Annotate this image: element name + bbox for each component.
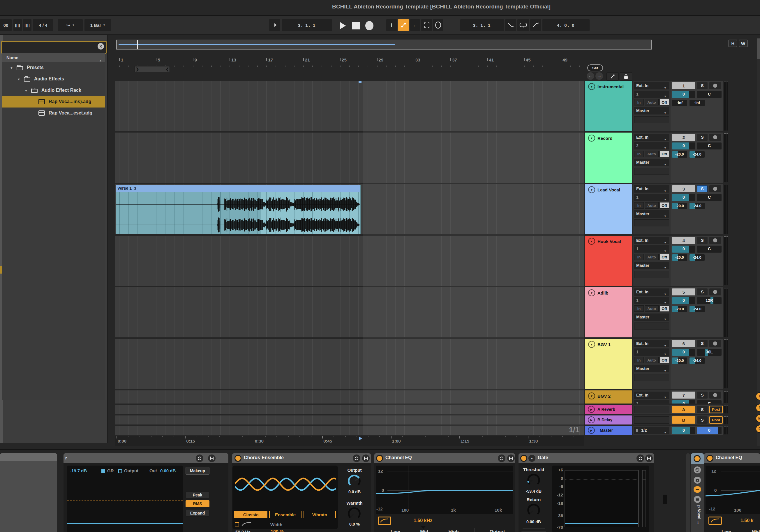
monitor-in-button[interactable]: In bbox=[634, 99, 644, 106]
chorus-mode-classic[interactable]: Classic bbox=[234, 511, 267, 518]
track-number-badge[interactable]: 7 bbox=[672, 392, 695, 399]
solo-button[interactable]: S bbox=[697, 288, 708, 295]
lane-row[interactable] bbox=[115, 236, 584, 286]
pan-control[interactable]: 30L bbox=[697, 349, 722, 356]
lane-row[interactable] bbox=[115, 415, 584, 424]
punch-out-button[interactable] bbox=[530, 19, 541, 31]
empty-routing-box[interactable] bbox=[634, 271, 669, 278]
pan-control[interactable]: C bbox=[697, 400, 722, 404]
hot-swap-button[interactable] bbox=[353, 455, 360, 462]
solo-button[interactable]: S bbox=[697, 340, 708, 347]
meter-readout-right[interactable]: -24.0 bbox=[689, 254, 705, 261]
track-name-block[interactable]: ▼Hook Vocal bbox=[585, 236, 632, 286]
device-scroll-strip[interactable] bbox=[686, 453, 690, 532]
meter-readout-left[interactable]: -20.0 bbox=[672, 306, 687, 312]
input-channel-menu[interactable]: 2▼ bbox=[634, 142, 669, 149]
monitor-off-button[interactable]: Off bbox=[659, 151, 669, 157]
record-arm-button[interactable] bbox=[709, 340, 721, 347]
gate-title-bar[interactable]: ▼ Gate bbox=[518, 453, 654, 463]
arrangement-lanes[interactable]: 1/1Verse 1_3 bbox=[115, 81, 584, 435]
time-ruler[interactable]: 0:000:150:300:451:001:151:30 bbox=[115, 436, 584, 446]
track-number-badge[interactable]: 2 bbox=[672, 134, 695, 141]
meter-readout-left[interactable]: -20.0 bbox=[672, 151, 687, 158]
hot-swap-button[interactable] bbox=[498, 455, 505, 462]
draw-automation-button[interactable] bbox=[606, 72, 619, 81]
track-name-block[interactable]: ▶B Delay bbox=[585, 415, 632, 424]
solo-button[interactable]: S bbox=[697, 237, 708, 244]
clip-waveform-body[interactable] bbox=[116, 192, 360, 234]
fit-width-button[interactable]: W bbox=[739, 40, 747, 47]
lane-row[interactable] bbox=[115, 426, 584, 435]
play-button[interactable] bbox=[337, 21, 348, 31]
save-preset-button[interactable] bbox=[645, 455, 653, 462]
track-name-block[interactable]: ▼Instrumental bbox=[585, 81, 632, 131]
input-type-menu[interactable]: Ext. In▼ bbox=[634, 185, 669, 193]
re-enable-automation-button[interactable]: ← bbox=[410, 19, 420, 31]
quantization-menu[interactable]: 1 Bar▼ bbox=[84, 19, 111, 31]
input-type-menu[interactable]: Ext. In▼ bbox=[634, 237, 669, 244]
hpf-checkbox[interactable] bbox=[235, 522, 239, 526]
expand-triangle-icon[interactable]: ▼ bbox=[17, 77, 21, 81]
lane-row[interactable] bbox=[115, 81, 584, 131]
compressor-title-bar[interactable]: r bbox=[64, 453, 228, 463]
input-channel-menu[interactable]: 1▼ bbox=[634, 91, 669, 98]
threshold-knob[interactable] bbox=[527, 473, 541, 487]
cue-volume-slider[interactable]: 0 bbox=[697, 427, 722, 434]
rms-button[interactable]: RMS bbox=[186, 500, 210, 507]
arrangement-overview[interactable] bbox=[116, 40, 652, 50]
record-button[interactable] bbox=[364, 21, 375, 31]
return-knob[interactable] bbox=[527, 503, 541, 517]
track-name-block[interactable]: ▼Adlib bbox=[585, 287, 632, 337]
monitor-auto-button[interactable]: Auto bbox=[645, 254, 659, 260]
meter-readout-left[interactable]: -inf bbox=[672, 100, 687, 106]
track-name-block[interactable]: ▼BGV 2 bbox=[585, 390, 632, 404]
hot-swap-button[interactable] bbox=[196, 455, 203, 462]
send-letter-badge[interactable]: B bbox=[672, 416, 695, 424]
follow-button[interactable] bbox=[269, 19, 280, 31]
eq2-graph[interactable]: 12 0 -12 100 bbox=[705, 465, 760, 514]
solo-button[interactable]: S bbox=[697, 82, 708, 89]
track-fold-button[interactable]: ▼ bbox=[588, 83, 595, 90]
input-type-menu[interactable]: Ext. In▼ bbox=[634, 340, 669, 347]
loop-start-field[interactable]: 3. 1. 1 bbox=[460, 19, 504, 31]
stop-button[interactable] bbox=[351, 21, 360, 30]
width-value[interactable]: 100 % bbox=[271, 529, 284, 532]
volume-slider[interactable]: 0 bbox=[672, 194, 695, 201]
track-number-badge[interactable]: 3 bbox=[672, 185, 695, 192]
track-fold-button[interactable]: ▼ bbox=[588, 186, 595, 193]
rack-chain-list-button[interactable] bbox=[694, 496, 701, 503]
solo-button[interactable]: S bbox=[697, 134, 708, 141]
output-knob[interactable] bbox=[347, 474, 362, 489]
volume-slider[interactable]: 0 bbox=[672, 297, 695, 304]
volume-slider[interactable]: 0 bbox=[672, 246, 695, 253]
solo-button[interactable]: S bbox=[697, 392, 708, 399]
next-locator-button[interactable]: → bbox=[595, 72, 603, 80]
makeup-button[interactable]: Makeup bbox=[186, 467, 210, 475]
empty-routing-box[interactable] bbox=[634, 168, 669, 175]
browser-item-audio-effect-rack[interactable]: ▼Audio Effect Rack bbox=[2, 85, 105, 96]
empty-routing-box[interactable] bbox=[634, 416, 669, 424]
lane-row[interactable] bbox=[115, 132, 584, 183]
compressor-display[interactable]: -19.7 dB GR Output Out 0.00 dB bbox=[67, 465, 183, 532]
draw-mode-button[interactable] bbox=[421, 19, 432, 31]
browser-item-rap-voca-eset-adg[interactable]: Rap Voca...eset.adg bbox=[2, 108, 105, 119]
track-fold-button[interactable]: ▼ bbox=[588, 289, 595, 296]
empty-routing-box[interactable] bbox=[634, 116, 669, 123]
record-arm-button[interactable] bbox=[709, 185, 721, 192]
expand-triangle-icon[interactable]: ▼ bbox=[10, 66, 13, 70]
send-letter-badge[interactable]: A bbox=[672, 406, 695, 413]
solo-button[interactable]: S bbox=[697, 406, 708, 413]
rack-macro-state-button[interactable] bbox=[693, 486, 701, 493]
meter-readout-left[interactable]: -20.0 bbox=[672, 254, 687, 261]
chorus-title-bar[interactable]: Chorus-Ensemble bbox=[232, 453, 371, 463]
track-number-badge[interactable]: 5 bbox=[672, 288, 695, 295]
meter-readout-right[interactable]: -24.0 bbox=[689, 306, 705, 312]
gate-threshold-line[interactable] bbox=[565, 523, 638, 524]
volume-slider[interactable]: 0 bbox=[672, 91, 695, 98]
track-number-badge[interactable]: 6 bbox=[672, 340, 695, 347]
post-toggle[interactable]: Post bbox=[709, 416, 723, 424]
eq2-hpf-button[interactable] bbox=[708, 516, 722, 525]
gr-legend-swatch[interactable] bbox=[101, 469, 105, 473]
master-volume-slider[interactable]: 0 bbox=[672, 427, 695, 434]
monitor-auto-button[interactable]: Auto bbox=[645, 305, 659, 312]
